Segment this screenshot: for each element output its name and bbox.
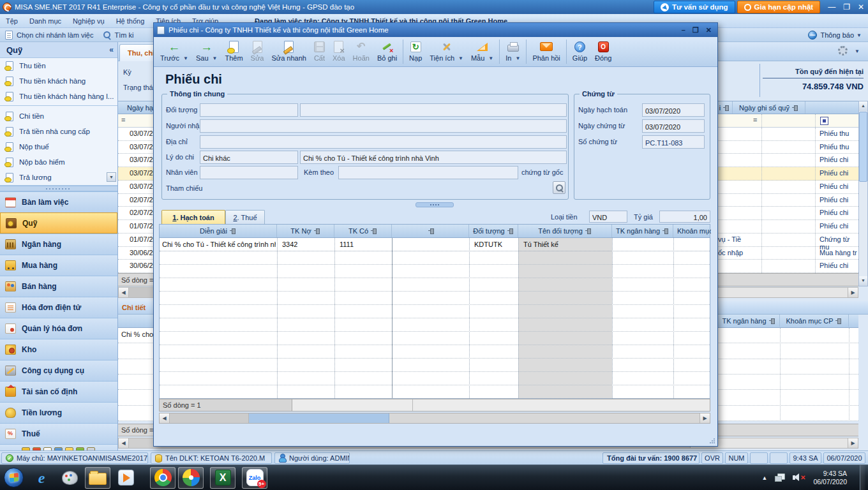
column-header-tk-ngan-hang[interactable]: TK ngân hàng: [718, 315, 780, 327]
collapse-icon[interactable]: «: [109, 45, 114, 54]
vertical-scrollbar[interactable]: ▲ ▼: [858, 101, 868, 286]
search-label[interactable]: Tìm ki: [114, 31, 133, 39]
grid-body[interactable]: Chi % cho Tú - Thiết kế công trình nhà 3…: [159, 238, 710, 399]
network-icon[interactable]: [775, 473, 785, 482]
pin-icon[interactable]: [314, 228, 320, 234]
pin-icon[interactable]: [585, 228, 592, 234]
pin-icon[interactable]: [371, 228, 377, 234]
scrollbar-thumb[interactable]: [249, 413, 389, 423]
sidebar-splitter[interactable]: [0, 186, 117, 191]
grid-empty-row[interactable]: [160, 385, 710, 399]
grid-row[interactable]: Chi % cho Tú - Thiết kế công trình nhà 3…: [160, 238, 710, 251]
minimize-button[interactable]: —: [828, 3, 835, 11]
posting-date-field[interactable]: [642, 103, 705, 117]
grid-empty-row[interactable]: [160, 332, 710, 345]
taskbar-explorer[interactable]: [85, 467, 110, 489]
prev-button[interactable]: ←Trước▼: [156, 38, 192, 65]
scroll-down-icon[interactable]: ▼: [107, 172, 116, 182]
renew-button[interactable]: Gia hạn cập nhật: [737, 1, 821, 13]
shortcut-tra-luong[interactable]: Trả lương ▼: [0, 170, 117, 185]
scroll-left-icon[interactable]: ◀: [119, 438, 129, 448]
grid-empty-row[interactable]: [160, 278, 710, 292]
pin-icon[interactable]: [662, 228, 669, 234]
sidebar-item-tai-san-co-dinh[interactable]: Tài sản cố định: [0, 381, 117, 402]
shortcut-nop-thue[interactable]: Nộp thuế: [0, 139, 117, 154]
gear-icon[interactable]: [838, 46, 848, 56]
scroll-left-icon[interactable]: ◀: [119, 288, 129, 297]
utilities-button[interactable]: Tiện ích▼: [426, 38, 467, 65]
shortcut-thu-tien[interactable]: Thu tiền: [0, 58, 117, 73]
close-dialog-button[interactable]: OĐóng: [591, 38, 615, 65]
column-header-khoan-muc[interactable]: Khoản mục CP: [673, 225, 711, 237]
column-header-tk-no[interactable]: TK Nợ: [277, 225, 334, 237]
sidebar-item-quy[interactable]: Quỹ: [0, 212, 117, 234]
sidebar-item-cong-cu-dung-cu[interactable]: Công cụ dụng cụ: [0, 360, 117, 381]
grid-empty-row[interactable]: [160, 251, 710, 265]
dialog-close-button[interactable]: ✕: [706, 26, 712, 34]
sidebar-item-kho[interactable]: Kho: [0, 339, 117, 360]
column-header-tk-ngan-hang[interactable]: TK ngân hàng: [612, 225, 673, 237]
branch-button[interactable]: Chọn chi nhánh làm việc: [17, 31, 93, 39]
object-name-field[interactable]: [300, 103, 567, 117]
sidebar-item-quan-ly-hoa-don[interactable]: Quản lý hóa đơn: [0, 318, 117, 339]
shortcut-chi-tien[interactable]: Chi tiền: [0, 108, 117, 124]
column-header-blank[interactable]: [849, 315, 858, 327]
dialog-maximize-button[interactable]: ❒: [692, 26, 699, 34]
column-header-dien-giai[interactable]: Diễn giải: [160, 225, 277, 237]
tray-expand-icon[interactable]: ▲: [762, 475, 768, 481]
reason-detail-field[interactable]: [300, 151, 567, 164]
grid-empty-row[interactable]: [160, 292, 710, 305]
template-button[interactable]: Mẫu▼: [467, 38, 497, 65]
shortcut-thu-tien-kh[interactable]: Thu tiền khách hàng: [0, 73, 117, 89]
taskbar-chrome[interactable]: [150, 467, 176, 489]
notification-area[interactable]: Thông báo ▼: [808, 28, 862, 42]
taskbar-paint[interactable]: [57, 467, 82, 489]
scroll-right-icon[interactable]: ▶: [848, 438, 858, 448]
taskbar-media-player[interactable]: [113, 467, 138, 489]
dialog-minimize-button[interactable]: –: [682, 26, 685, 34]
pin-icon[interactable]: [230, 228, 236, 234]
taskbar-misa[interactable]: [178, 467, 204, 489]
filter-equals-icon[interactable]: =: [753, 116, 757, 124]
column-header-khoan-muc-cp[interactable]: Khoản mục CP: [780, 315, 849, 327]
object-code-field[interactable]: [200, 103, 298, 117]
unpost-button[interactable]: ×Bỏ ghi: [373, 38, 401, 65]
show-desktop-button[interactable]: [860, 465, 865, 490]
shortcut-thu-tien-kh-hl[interactable]: Thu tiền khách hàng hàng l...: [0, 89, 117, 104]
sidebar-item-mua-hang[interactable]: Mua hàng: [0, 255, 117, 276]
sidebar-item-ngan-hang[interactable]: Ngân hàng: [0, 234, 117, 255]
menu-nghiep-vu[interactable]: Nghiệp vụ: [67, 17, 110, 25]
doc-date-field[interactable]: [642, 119, 705, 133]
grid-empty-row[interactable]: [160, 359, 710, 372]
tab-hach-toan[interactable]: 1. Hạch toán: [161, 210, 225, 224]
sidebar-item-thue[interactable]: Thuế: [0, 423, 117, 444]
scroll-right-icon[interactable]: ▶: [848, 288, 858, 297]
consult-button[interactable]: Tư vấn sử dụng: [654, 1, 735, 13]
taskbar-zalo[interactable]: Zalo5+: [242, 467, 267, 489]
menu-tep[interactable]: Tệp: [0, 17, 24, 25]
grid-empty-row[interactable]: [160, 305, 710, 318]
close-button[interactable]: ✕: [858, 3, 864, 11]
resize-grip[interactable]: [709, 438, 715, 444]
collapse-handle[interactable]: [415, 202, 454, 207]
grid-empty-row[interactable]: [160, 372, 710, 385]
filter-checkbox[interactable]: [820, 117, 828, 125]
receiver-field[interactable]: [200, 119, 567, 133]
attach-field[interactable]: [338, 166, 518, 179]
help-button[interactable]: ?Giúp: [569, 38, 591, 65]
sidebar-item-ban-hang[interactable]: Bán hàng: [0, 276, 117, 297]
column-header-tk-co[interactable]: TK Có: [334, 225, 392, 237]
pin-icon[interactable]: [835, 318, 842, 324]
column-header-blank[interactable]: [392, 225, 469, 237]
reason-field[interactable]: [200, 151, 298, 164]
filter-equals-icon[interactable]: =: [121, 116, 125, 124]
pin-icon[interactable]: [769, 318, 775, 324]
column-header-ten-doi-tuong[interactable]: Tên đối tượng: [518, 225, 612, 237]
restore-button[interactable]: ❐: [843, 3, 850, 11]
print-button[interactable]: In▼: [502, 38, 524, 65]
currency-field[interactable]: [589, 211, 627, 223]
grid-empty-row[interactable]: [160, 318, 710, 332]
reference-lookup-icon[interactable]: [553, 181, 565, 194]
column-header-cut[interactable]: i: [717, 101, 733, 114]
feedback-button[interactable]: Phản hồi: [528, 38, 564, 65]
